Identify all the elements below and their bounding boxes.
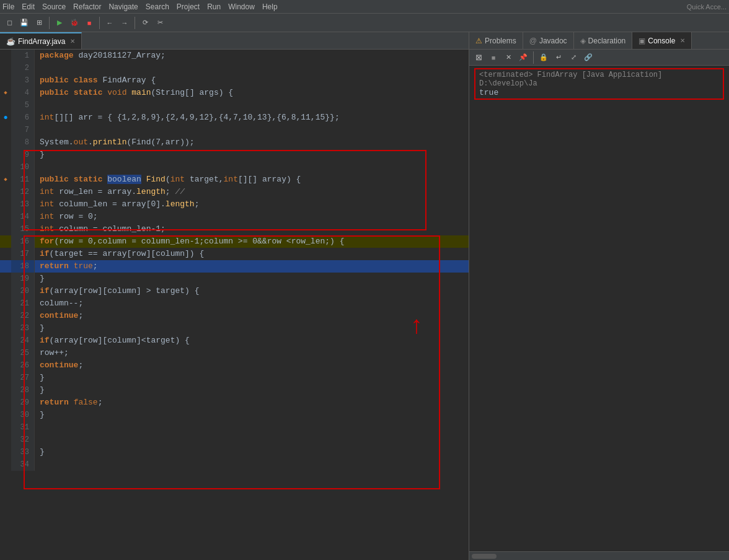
line-7-gutter (0, 124, 11, 136)
problems-icon: ⚠ (475, 37, 482, 45)
right-tab-bar: ⚠ Problems @ Javadoc ◈ Declaration ▣ Con… (469, 32, 729, 50)
toolbar-run[interactable]: ▶ (53, 16, 66, 30)
line-num-21: 21 (11, 297, 35, 310)
tab-problems[interactable]: ⚠ Problems (469, 32, 523, 49)
line-content-28: } (35, 384, 469, 396)
console-horizontal-scrollbar[interactable] (469, 551, 729, 560)
toolbar-save[interactable]: 💾 (17, 16, 31, 30)
console-link[interactable]: 🔗 (581, 51, 595, 64)
line-content-31 (35, 421, 469, 434)
line-content-34 (35, 458, 469, 471)
code-line-9: 9 } (0, 149, 469, 161)
line-content-23: } (35, 322, 469, 335)
toolbar-stop[interactable]: ■ (82, 16, 96, 30)
line-num-23: 23 (11, 322, 35, 335)
line-content-15: int column = column_len-1; (35, 223, 469, 235)
toolbar-back[interactable]: ← (103, 16, 117, 30)
line-28-gutter (0, 384, 11, 396)
menu-file[interactable]: File (2, 2, 14, 11)
declaration-label: Declaration (588, 37, 626, 45)
menu-edit[interactable]: Edit (22, 2, 35, 11)
console-remove[interactable]: ✕ (501, 51, 515, 64)
line-num-9: 9 (11, 149, 35, 161)
declaration-icon: ◈ (580, 37, 586, 45)
console-tab-close[interactable]: ✕ (680, 37, 685, 44)
tab-console[interactable]: ▣ Console ✕ (632, 32, 692, 49)
console-clear[interactable]: ⊠ (472, 51, 485, 64)
line-33-gutter (0, 446, 11, 458)
line-content-10 (35, 161, 469, 173)
line-num-32: 32 (11, 434, 35, 446)
line-num-11: 11 (11, 173, 35, 186)
line-num-18: 18 (11, 260, 35, 273)
toolbar-misc2[interactable]: ✂ (153, 16, 167, 30)
code-line-30: 30 } (0, 409, 469, 421)
line-num-28: 28 (11, 384, 35, 396)
toolbar-debug[interactable]: 🐞 (68, 16, 81, 30)
line-num-13: 13 (11, 198, 35, 211)
console-word-wrap[interactable]: ↵ (552, 51, 565, 64)
line-num-5: 5 (11, 99, 35, 112)
code-scroll-area[interactable]: 1 package day20181127_Array; 2 3 public … (0, 50, 469, 560)
toolbar-save-all[interactable]: ⊞ (32, 16, 46, 30)
line-content-33: } (35, 446, 469, 458)
line-content-32 (35, 434, 469, 446)
line-num-24: 24 (11, 335, 35, 347)
toolbar-forward[interactable]: → (118, 16, 131, 30)
line-11-gutter: ◆ (0, 173, 11, 186)
javadoc-label: Javadoc (539, 37, 567, 45)
line-15-gutter (0, 223, 11, 235)
line-content-29: return false; (35, 396, 469, 409)
line-27-gutter (0, 372, 11, 384)
line-num-4: 4 (11, 87, 35, 99)
editor-pane: ☕ FindArray.java ✕ ↑ 1 package day201811… (0, 32, 469, 560)
line-num-6: 6 (11, 112, 35, 124)
menu-help[interactable]: Help (262, 2, 278, 11)
menu-run[interactable]: Run (207, 2, 221, 11)
line-content-14: int row = 0; (35, 211, 469, 223)
line-content-7 (35, 124, 469, 136)
console-scroll-lock[interactable]: 🔒 (537, 51, 550, 64)
line-18-gutter (0, 260, 11, 273)
menu-navigate[interactable]: Navigate (108, 2, 138, 11)
line-num-14: 14 (11, 211, 35, 223)
code-line-19: 19 } (0, 273, 469, 285)
javadoc-icon: @ (529, 37, 537, 45)
console-stop[interactable]: ■ (487, 51, 500, 64)
line-content-16: for(row = 0,column = column_len-1;column… (35, 235, 469, 248)
line-29-gutter (0, 396, 11, 409)
line-content-8: System.out.println(Find(7,arr)); (35, 136, 469, 149)
tab-declaration[interactable]: ◈ Declaration (574, 32, 633, 49)
line-num-15: 15 (11, 223, 35, 235)
line-content-3: public class FindArray { (35, 74, 469, 87)
code-line-12: 12 int row_len = array.length; // (0, 186, 469, 198)
menu-window[interactable]: Window (228, 2, 255, 11)
toolbar-new[interactable]: ◻ (2, 16, 16, 30)
console-expand[interactable]: ⤢ (567, 51, 580, 64)
editor-tab-findarray[interactable]: ☕ FindArray.java ✕ (0, 32, 82, 49)
line-content-21: column--; (35, 297, 469, 310)
menu-refactor[interactable]: Refactor (73, 2, 101, 11)
console-pin[interactable]: 📌 (516, 51, 530, 64)
menu-search[interactable]: Search (146, 2, 169, 11)
line-9-gutter (0, 149, 11, 161)
tab-close-icon[interactable]: ✕ (70, 38, 75, 45)
tab-icon: ☕ (6, 37, 15, 46)
line-13-gutter (0, 198, 11, 211)
menu-source[interactable]: Source (42, 2, 66, 11)
code-line-4: ◆ 4 public static void main(String[] arg… (0, 87, 469, 99)
right-panel: ⚠ Problems @ Javadoc ◈ Declaration ▣ Con… (469, 32, 729, 560)
line-34-gutter (0, 458, 11, 471)
code-line-33: 33 } (0, 446, 469, 458)
tab-label: FindArray.java (18, 37, 65, 46)
code-line-31: 31 (0, 421, 469, 434)
line-content-2 (35, 62, 469, 74)
line-num-17: 17 (11, 248, 35, 260)
line-content-22: continue; (35, 310, 469, 322)
toolbar-misc1[interactable]: ⟳ (138, 16, 152, 30)
code-line-22: 22 continue; (0, 310, 469, 322)
line-content-27: } (35, 372, 469, 384)
tab-javadoc[interactable]: @ Javadoc (523, 32, 574, 49)
menu-project[interactable]: Project (177, 2, 200, 11)
line-32-gutter (0, 434, 11, 446)
